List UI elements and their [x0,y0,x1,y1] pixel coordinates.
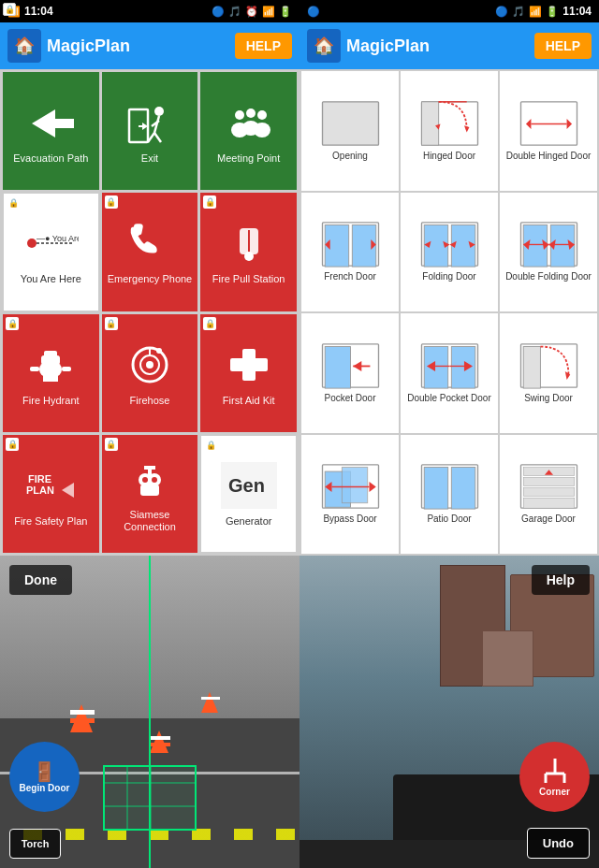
pocket-door-cell[interactable]: Pocket Door [301,313,399,433]
undo-button[interactable]: Undo [527,828,590,859]
pocket-door-label: Pocket Door [324,393,375,404]
evacuation-path-cell[interactable]: Evacuation Path [3,72,99,190]
svg-point-51 [142,477,148,483]
begin-door-button[interactable]: 🚪 Begin Door [9,742,80,812]
swing-door-cell[interactable]: Swing Door [500,313,597,433]
emergency-phone-label: Emergency Phone [108,273,193,285]
done-button[interactable]: Done [9,565,72,595]
double-pocket-door-cell[interactable]: Double Pocket Door [401,313,498,433]
lock-icon-5: 🔒 [105,317,118,330]
lock-icon-7: 🔒 [6,438,19,451]
app-header-right: 🏠 MagicPlan HELP [300,22,599,69]
svg-rect-57 [322,102,378,145]
svg-text:—● You Are Here: —● You Are Here [37,234,79,243]
svg-rect-100 [523,346,540,388]
svg-rect-109 [424,468,447,510]
emergency-phone-cell[interactable]: 🔒 Emergency Phone [102,193,198,311]
double-hinged-label: Double Hinged Door [506,151,592,162]
camera-view-right: Help Corner Undo [300,556,599,868]
french-door-label: French Door [324,271,376,282]
lock-icon-2: 🔒 [105,195,118,209]
svg-point-52 [152,477,157,483]
hinged-door-cell[interactable]: Hinged Door [401,71,498,191]
garage-door-cell[interactable]: 🔒 Garage Door [500,435,597,555]
svg-rect-94 [451,346,475,388]
svg-rect-115 [523,499,575,509]
svg-rect-48 [140,485,159,496]
svg-rect-31 [44,351,57,358]
opening-door-cell[interactable]: Opening [301,71,399,191]
svg-text:FIRE: FIRE [28,473,51,485]
fire-pull-station-cell[interactable]: 🔒 Fire Pull Station [200,193,297,311]
you-are-here-label: You Are Here [21,273,81,285]
double-folding-door-label: Double Folding Door [505,271,592,282]
folding-door-label: Folding Door [422,271,475,282]
siamese-connection-label: Siamese Connection [106,509,195,533]
svg-point-3 [154,107,164,116]
exit-cell[interactable]: Exit [102,72,198,190]
status-time-right: 11:04 [562,5,592,18]
lock-icon-9: 🔒 [204,439,217,452]
svg-point-13 [246,108,256,118]
evacuation-path-label: Evacuation Path [13,152,88,165]
fire-icons-grid: Evacuation Path [0,69,300,556]
torch-label: Torch [22,838,50,849]
svg-text:PLAN: PLAN [26,485,54,496]
bypass-door-cell[interactable]: Bypass Door [301,435,399,555]
generator-cell[interactable]: 🔒 Gen Generator [200,435,297,553]
svg-point-26 [244,252,254,261]
svg-rect-114 [523,488,575,497]
siamese-connection-cell[interactable]: 🔒 Siamese Connection [102,435,198,553]
torch-button[interactable]: Torch [9,829,61,859]
svg-point-17 [254,123,270,137]
you-are-here-cell[interactable]: 🔒 —● You Are Here You Are Here [3,193,99,311]
status-time-left: 11:04 [24,5,53,18]
fire-hydrant-cell[interactable]: 🔒 Fire Hydrant [3,314,99,432]
fire-safety-plan-label: Fire Safety Plan [14,515,87,528]
app-title-right: MagicPlan [346,36,430,56]
french-door-cell[interactable]: French Door [301,193,399,312]
svg-point-37 [146,361,153,369]
lock-icon-6: 🔒 [203,317,216,330]
door-grid: Opening Hinged Door [300,69,599,556]
swing-door-label: Swing Door [524,393,573,404]
help-button-left[interactable]: HELP [235,33,292,59]
lock-icon-3: 🔒 [203,195,216,209]
fire-pull-station-label: Fire Pull Station [212,273,285,285]
app-logo: 🏠 [7,29,41,63]
double-hinged-door-cell[interactable]: Double Hinged Door [500,71,597,191]
lock-icon-4: 🔒 [6,317,19,330]
patio-door-cell[interactable]: Patio Door [401,435,498,555]
begin-door-label: Begin Door [20,783,70,794]
svg-rect-33 [62,367,71,371]
double-pocket-door-label: Double Pocket Door [407,393,491,404]
garage-door-label: Garage Door [521,514,576,525]
svg-rect-110 [451,468,475,510]
svg-point-39 [156,348,162,354]
first-aid-kit-label: First Aid Kit [223,395,275,407]
exit-label: Exit [141,152,158,165]
svg-rect-59 [421,102,438,145]
svg-rect-54 [144,466,155,470]
fire-hydrant-label: Fire Hydrant [22,395,80,407]
meeting-point-cell[interactable]: Meeting Point [200,72,297,190]
double-folding-door-cell[interactable]: Double Folding Door [500,193,597,312]
app-logo-right: 🏠 [307,29,341,63]
corner-button[interactable]: Corner [519,742,590,812]
folding-door-cell[interactable]: Folding Door [401,193,498,312]
app-header-left: 🏠 MagicPlan HELP [0,22,300,69]
hinged-door-label: Hinged Door [423,151,475,162]
meeting-point-label: Meeting Point [217,152,280,165]
first-aid-kit-cell[interactable]: 🔒 First Aid Kit [200,314,297,432]
help-button-right[interactable]: HELP [534,33,592,59]
firehose-cell[interactable]: 🔒 Firehose [102,314,198,432]
svg-rect-93 [424,346,447,388]
bypass-door-label: Bypass Door [323,514,376,525]
svg-rect-89 [325,346,350,388]
opening-label: Opening [332,151,368,162]
camera-view-left: Done 🚪 Begin Door Torch [0,556,300,868]
patio-door-label: Patio Door [427,514,471,525]
fire-safety-plan-cell[interactable]: 🔒 FIRE PLAN Fire Safety Plan [3,435,99,553]
help-button-camera[interactable]: Help [532,565,590,595]
svg-point-12 [235,110,244,120]
